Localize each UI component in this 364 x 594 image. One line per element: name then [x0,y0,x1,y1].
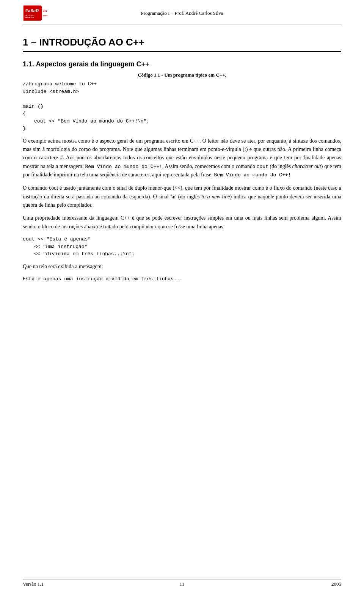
inline-code: cout [257,164,268,170]
paragraph-2: O comando cout é usado juntamente com o … [23,184,341,209]
inline-code: Bem Vindo ao mundo do C++! [214,172,291,178]
logo: FaSaR FACULDADE SANTA RITA FS BRASIL [23,5,49,22]
code-line: Esta é apenas uma instrução dividida em … [23,275,341,283]
code-line [23,95,341,103]
svg-text:BRASIL: BRASIL [43,15,49,17]
code-line: main () [23,103,341,110]
code-line: << "dividida em três linhas...\n"; [23,250,341,258]
footer-version: Versão 1.1 [23,581,44,587]
code-block-1: //Programa welcome to C++ #include <stre… [23,80,341,132]
svg-text:FaSaR: FaSaR [25,8,39,13]
chapter-heading: 1 – INTRODUÇÃO AO C++ [23,36,341,52]
chapter-title: 1 – INTRODUÇÃO AO C++ [23,36,341,48]
code-line: cout << "Bem Vindo ao mundo do C++!\n"; [23,118,341,125]
code-line: #include <stream.h> [23,88,341,96]
fasar-logo-icon: FaSaR FACULDADE SANTA RITA FS BRASIL [23,5,49,22]
inline-code: Bem Vindo ao mundo do C++! [85,164,162,170]
code-line: { [23,110,341,118]
paragraph-3: Uma propriedade interessante da linguage… [23,214,341,231]
italic-text: to a new-line [201,194,230,200]
after-code-label: Que na tela será exibida a mensagem: [23,262,341,271]
italic-text: character out [292,163,321,169]
code-line: << "uma instrução" [23,243,341,251]
code-caption: Código 1.1 - Um programa típico em C++. [23,72,341,78]
section-heading: 1.1. Aspectos gerais da linguagem C++ [23,60,341,68]
page-header: FaSaR FACULDADE SANTA RITA FS BRASIL Pro… [23,0,341,25]
code-block-3: Esta é apenas uma instrução dividida em … [23,275,341,283]
footer-year: 2005 [331,581,341,587]
page-footer: Versão 1.1 11 2005 [23,579,341,587]
header-title: Programação I – Prof. André Carlos Silva [49,10,315,16]
code-block-2: cout << "Esta é apenas" << "uma instruçã… [23,236,341,258]
svg-text:SANTA RITA: SANTA RITA [25,17,34,19]
svg-text:FACULDADE: FACULDADE [25,14,35,16]
footer-page-number: 11 [180,581,185,587]
code-line: cout << "Esta é apenas" [23,236,341,243]
code-line: //Programa welcome to C++ [23,80,341,88]
code-line: } [23,125,341,132]
svg-text:FS: FS [43,9,47,13]
paragraph-1: O exemplo acima mostra como é o aspecto … [23,137,341,180]
